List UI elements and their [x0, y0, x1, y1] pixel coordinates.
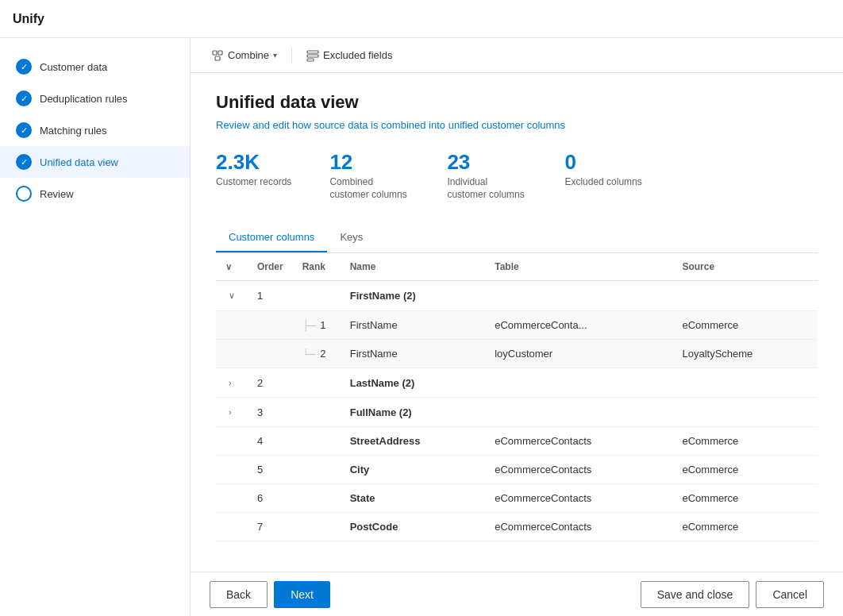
stat-number-individual-columns: 23	[447, 150, 470, 175]
sidebar-item-customer-data[interactable]: ✓ Customer data	[0, 51, 190, 83]
row-source: eCommerce	[672, 427, 818, 456]
row-table	[485, 368, 672, 398]
row-name: FirstName	[341, 311, 486, 340]
excluded-fields-icon	[306, 49, 319, 62]
sidebar-label-deduplication-rules: Deduplication rules	[40, 93, 128, 105]
content-wrapper: ✓ Customer data ✓ Deduplication rules ✓ …	[0, 38, 843, 616]
th-order: Order	[248, 253, 293, 281]
sidebar-status-review	[16, 186, 32, 202]
stat-number-excluded-columns: 0	[564, 150, 575, 175]
svg-rect-0	[213, 51, 217, 55]
excluded-fields-label: Excluded fields	[323, 49, 392, 61]
row-rank	[293, 368, 341, 398]
tab-customer-columns[interactable]: Customer columns	[216, 223, 327, 252]
sidebar-item-deduplication-rules[interactable]: ✓ Deduplication rules	[0, 83, 190, 114]
sidebar-status-matching-rules: ✓	[16, 122, 32, 138]
row-order: 6	[248, 484, 293, 513]
row-source	[672, 398, 818, 427]
row-order: 1	[248, 281, 293, 311]
sidebar-item-matching-rules[interactable]: ✓ Matching rules	[0, 114, 190, 146]
page-content: Unified data view Review and edit how so…	[191, 73, 843, 572]
collapse-button[interactable]: ∨	[225, 289, 238, 302]
row-table	[485, 281, 672, 311]
stat-number-customer-records: 2.3K	[216, 150, 260, 175]
row-name: City	[341, 456, 486, 484]
main-content: Combine ▾ Excluded fields Unif	[191, 38, 843, 616]
svg-rect-2	[215, 56, 220, 60]
top-bar: Unify	[0, 0, 843, 38]
next-button[interactable]: Next	[274, 581, 330, 608]
combine-label: Combine	[228, 49, 269, 61]
row-name: State	[341, 484, 486, 513]
sidebar-status-deduplication-rules: ✓	[16, 90, 32, 106]
row-table: eCommerceContacts	[485, 456, 672, 484]
th-name: Name	[341, 253, 486, 281]
expand-button-lastname[interactable]: ›	[225, 376, 235, 389]
row-order: 5	[248, 456, 293, 484]
save-close-button[interactable]: Save and close	[641, 581, 750, 608]
app-title: Unify	[13, 12, 44, 26]
row-source: LoyaltyScheme	[672, 340, 818, 368]
row-rank	[293, 427, 341, 456]
table-row: 6 State eCommerceContacts eCommerce	[216, 484, 818, 513]
sidebar-label-review: Review	[40, 188, 74, 200]
toolbar-separator	[291, 48, 292, 64]
row-name: FirstName (2)	[341, 281, 486, 311]
excluded-fields-button[interactable]: Excluded fields	[298, 44, 400, 67]
sidebar-item-unified-data-view[interactable]: ✓ Unified data view	[0, 146, 190, 178]
row-table: eCommerceConta...	[485, 311, 672, 340]
table-row: › 2 LastName (2)	[216, 368, 818, 398]
svg-rect-3	[307, 51, 318, 53]
stat-combined-columns: 12 Combined customer columns	[329, 150, 409, 201]
tab-keys[interactable]: Keys	[327, 223, 375, 252]
table-row: 5 City eCommerceContacts eCommerce	[216, 456, 818, 484]
tabs: Customer columns Keys	[216, 223, 818, 253]
table-row: ├─ 1 FirstName eCommerceConta... eCommer…	[216, 311, 818, 340]
stats-row: 2.3K Customer records 12 Combined custom…	[216, 150, 818, 201]
combine-button[interactable]: Combine ▾	[203, 44, 285, 67]
page-title: Unified data view	[216, 92, 818, 113]
row-name: FirstName	[341, 340, 486, 368]
svg-rect-1	[218, 51, 222, 55]
check-icon-4: ✓	[21, 157, 28, 167]
stat-label-combined-columns: Combined customer columns	[329, 176, 409, 201]
table-body: ∨ 1 FirstName (2)	[216, 281, 818, 541]
row-order: 4	[248, 427, 293, 456]
cancel-button[interactable]: Cancel	[756, 581, 824, 608]
expand-button-fullname[interactable]: ›	[225, 406, 235, 418]
row-source	[672, 368, 818, 398]
row-source	[672, 281, 818, 311]
toolbar: Combine ▾ Excluded fields	[191, 38, 843, 73]
rank-value: 1	[320, 319, 325, 331]
stat-label-excluded-columns: Excluded columns	[564, 176, 641, 189]
row-rank	[293, 456, 341, 484]
sidebar: ✓ Customer data ✓ Deduplication rules ✓ …	[0, 38, 191, 616]
combine-icon	[211, 49, 224, 62]
row-order: 2	[248, 368, 293, 398]
stat-number-combined-columns: 12	[329, 150, 352, 175]
footer-right: Save and close Cancel	[641, 581, 824, 608]
sidebar-label-unified-data-view: Unified data view	[40, 156, 118, 168]
row-source: eCommerce	[672, 484, 818, 513]
sidebar-label-customer-data: Customer data	[40, 61, 107, 73]
sort-icon: ∨	[225, 262, 232, 271]
sidebar-status-customer-data: ✓	[16, 59, 32, 75]
svg-rect-5	[307, 59, 314, 61]
combine-chevron-icon: ▾	[273, 51, 277, 60]
th-table: Table	[485, 253, 672, 281]
row-source: eCommerce	[672, 456, 818, 484]
row-table	[485, 398, 672, 427]
sidebar-item-review[interactable]: Review	[0, 178, 190, 210]
check-icon-2: ✓	[21, 94, 28, 104]
row-table: eCommerceContacts	[485, 427, 672, 456]
tree-line-icon-2: └─	[302, 348, 316, 360]
th-rank: Rank	[293, 253, 341, 281]
row-table: eCommerceContacts	[485, 484, 672, 513]
back-button[interactable]: Back	[210, 581, 268, 608]
sidebar-label-matching-rules: Matching rules	[40, 125, 107, 137]
row-rank	[293, 484, 341, 513]
row-rank	[293, 398, 341, 427]
app-container: Unify ✓ Customer data ✓ Deduplication ru…	[0, 0, 843, 616]
check-icon-3: ✓	[21, 125, 28, 136]
table-row: 4 StreetAddress eCommerceContacts eComme…	[216, 427, 818, 456]
